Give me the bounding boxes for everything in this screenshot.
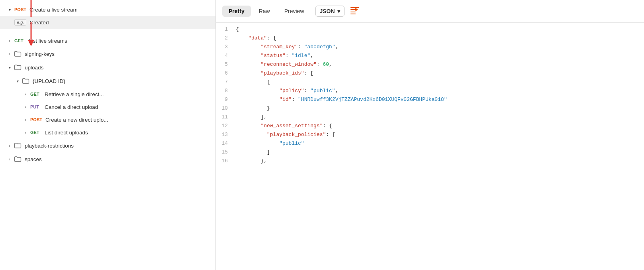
- sidebar-item-list-live-streams[interactable]: › GET List live streams: [0, 34, 215, 47]
- sidebar-item-uploads[interactable]: ▾ uploads: [0, 61, 215, 74]
- method-badge-post: POST: [30, 117, 42, 122]
- method-badge-put: PUT: [30, 104, 41, 109]
- sidebar-item-label: playback-restrictions: [25, 143, 74, 149]
- sidebar-item-list-direct[interactable]: › GET List direct uploads: [0, 126, 215, 139]
- tab-pretty[interactable]: Pretty: [222, 6, 251, 17]
- sidebar-item-create-direct[interactable]: › POST Create a new direct uplo...: [0, 113, 215, 126]
- method-badge-get: GET: [30, 92, 41, 97]
- code-content: },: [236, 158, 644, 164]
- code-content: "playback_ids": [: [236, 70, 644, 76]
- sidebar-item-spaces[interactable]: › spaces: [0, 152, 215, 166]
- sidebar-item-playback-restrictions[interactable]: › playback-restrictions: [0, 139, 215, 152]
- line-number: 12: [216, 123, 236, 129]
- chevron-right-icon: ›: [22, 116, 29, 123]
- code-content: ]: [236, 149, 644, 155]
- chevron-right-icon: ›: [22, 104, 29, 110]
- line-number: 8: [216, 88, 236, 94]
- sidebar-item-label: spaces: [25, 156, 42, 162]
- tab-preview[interactable]: Preview: [278, 6, 311, 17]
- line-number: 13: [216, 132, 236, 138]
- chevron-right-icon: ›: [6, 142, 13, 149]
- folder-icon: [14, 156, 22, 163]
- code-content: "status": "idle",: [236, 53, 644, 59]
- code-content: "playback_policies": [: [236, 132, 644, 138]
- method-badge-get: GET: [14, 38, 25, 43]
- wrap-button[interactable]: [348, 4, 362, 18]
- code-line: 1 {: [216, 26, 644, 35]
- line-number: 11: [216, 114, 236, 120]
- chevron-down-icon: ▾: [337, 8, 340, 14]
- chevron-down-icon: ▾: [14, 78, 21, 84]
- json-format-dropdown[interactable]: JSON ▾: [315, 6, 345, 17]
- code-line: 10 }: [216, 105, 644, 114]
- chevron-right-icon: ›: [6, 51, 13, 57]
- sidebar-item-create-live-stream[interactable]: ▾ POST Create a live stream: [0, 3, 215, 16]
- code-content: "id": "HNRDuwff3K2VjTZZAPuvd2Kx6D01XUQFv…: [236, 97, 644, 102]
- sidebar-item-label: uploads: [25, 65, 43, 71]
- code-line: 3 "stream_key": "abcdefgh",: [216, 43, 644, 52]
- code-line: 5 "reconnect_window": 60,: [216, 61, 644, 70]
- code-content: "reconnect_window": 60,: [236, 61, 644, 67]
- sidebar-item-label: Create a live stream: [29, 7, 78, 13]
- code-line: 11 ],: [216, 114, 644, 122]
- sidebar-item-label: {UPLOAD ID}: [33, 78, 65, 84]
- tab-raw[interactable]: Raw: [253, 6, 276, 17]
- code-content: "policy": "public",: [236, 88, 644, 94]
- sidebar-item-label: List live streams: [29, 38, 67, 44]
- code-content: {: [236, 79, 644, 85]
- code-content: "new_asset_settings": {: [236, 123, 644, 129]
- code-line: 4 "status": "idle",: [216, 52, 644, 61]
- code-content: ],: [236, 114, 644, 120]
- chevron-right-icon: ›: [6, 156, 13, 162]
- sidebar-item-cancel-direct[interactable]: › PUT Cancel a direct upload: [0, 101, 215, 113]
- sidebar-item-label: Create a new direct uplo...: [45, 117, 108, 123]
- code-content: "stream_key": "abcdefgh",: [236, 44, 644, 50]
- code-view: 1 { 2 "data": { 3 "stream_key": "abcdefg…: [216, 23, 644, 270]
- code-content: }: [236, 105, 644, 111]
- wrap-icon: [350, 6, 360, 17]
- folder-icon: [14, 142, 22, 149]
- sidebar: ▾ POST Create a live stream e.g. Created: [0, 0, 216, 270]
- code-line: 8 "policy": "public",: [216, 87, 644, 96]
- chevron-right-icon: ›: [22, 91, 29, 97]
- code-line: 16 },: [216, 158, 644, 166]
- chevron-right-icon: ›: [6, 37, 13, 44]
- json-format-label: JSON: [320, 8, 335, 14]
- chevron-down-icon: ▾: [6, 6, 13, 13]
- arrow-annotation-container: e.g. Created: [0, 16, 215, 29]
- sidebar-item-upload-id[interactable]: ▾ {UPLOAD ID}: [0, 74, 215, 88]
- line-number: 4: [216, 53, 236, 59]
- code-content: "data": {: [236, 35, 644, 41]
- folder-icon: [22, 77, 29, 85]
- code-line: 9 "id": "HNRDuwff3K2VjTZZAPuvd2Kx6D01XUQ…: [216, 96, 644, 105]
- code-content: "public": [236, 140, 644, 146]
- chevron-right-icon: ›: [22, 129, 29, 136]
- line-number: 3: [216, 44, 236, 50]
- line-number: 1: [216, 26, 236, 32]
- line-number: 7: [216, 79, 236, 85]
- code-line: 7 {: [216, 79, 644, 87]
- example-badge: e.g.: [14, 19, 26, 26]
- sidebar-item-signing-keys[interactable]: › signing-keys: [0, 47, 215, 61]
- sidebar-item-label: Retrieve a single direct...: [45, 91, 104, 97]
- code-line: 12 "new_asset_settings": {: [216, 122, 644, 131]
- line-number: 10: [216, 105, 236, 111]
- method-badge-get: GET: [30, 130, 41, 135]
- line-number: 6: [216, 70, 236, 76]
- code-line: 2 "data": {: [216, 35, 644, 43]
- toolbar: Pretty Raw Preview JSON ▾: [216, 0, 644, 23]
- sidebar-item-label: signing-keys: [25, 51, 55, 57]
- line-number: 16: [216, 158, 236, 164]
- line-number: 2: [216, 35, 236, 41]
- sidebar-item-label: Cancel a direct upload: [45, 104, 98, 110]
- line-number: 15: [216, 149, 236, 155]
- code-line: 6 "playback_ids": [: [216, 70, 644, 79]
- sidebar-item-retrieve-direct[interactable]: › GET Retrieve a single direct...: [0, 88, 215, 101]
- sidebar-item-created[interactable]: e.g. Created: [0, 16, 215, 29]
- line-number: 5: [216, 61, 236, 67]
- method-badge-post: POST: [14, 7, 26, 12]
- code-line: 13 "playback_policies": [: [216, 131, 644, 140]
- sidebar-item-label: Created: [29, 20, 49, 26]
- folder-icon: [14, 64, 22, 71]
- code-line: 14 "public": [216, 140, 644, 149]
